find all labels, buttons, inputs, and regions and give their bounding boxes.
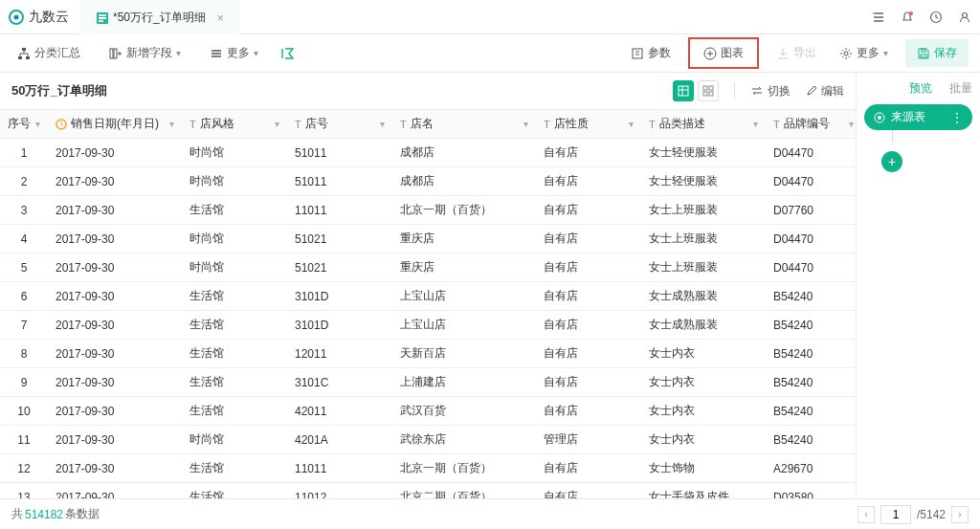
cell: 2017-09-30 <box>48 340 182 368</box>
tab-title: *50万行_订单明细 <box>113 10 206 26</box>
cell: B54240 <box>766 311 856 340</box>
cell: 4201A <box>287 426 392 454</box>
svg-rect-3 <box>99 14 106 16</box>
list-icon[interactable] <box>871 10 886 25</box>
cell: 12 <box>0 454 48 483</box>
cell: 2017-09-30 <box>48 196 182 225</box>
cell: 女士上班服装 <box>641 196 766 225</box>
formula-icon[interactable] <box>281 47 297 60</box>
cell: 2017-09-30 <box>48 483 182 499</box>
brand-logo[interactable]: 九数云 <box>8 9 69 26</box>
column-label: 店性质 <box>554 116 589 132</box>
cell: 5 <box>0 253 48 282</box>
column-header[interactable]: T店名▾ <box>392 110 536 139</box>
switch-button[interactable]: 切换 <box>750 83 791 99</box>
svg-point-9 <box>963 12 968 17</box>
table-row[interactable]: 32017-09-30生活馆11011北京一期（百货）自有店女士上班服装D077… <box>0 196 856 225</box>
chart-button[interactable]: 图表 <box>688 37 759 69</box>
page-input[interactable] <box>880 505 911 524</box>
history-icon[interactable] <box>928 10 944 25</box>
cell: 重庆店 <box>392 225 536 253</box>
table-body: 12017-09-30时尚馆51011成都店自有店女士轻便服装D04470220… <box>0 139 856 499</box>
more-button[interactable]: 更多 ▾ <box>204 45 264 61</box>
page-next-button[interactable]: › <box>951 506 969 523</box>
data-table-wrap[interactable]: 序号▾销售日期(年月日)▾T店风格▾T店号▾T店名▾T店性质▾T品类描述▾T品牌… <box>0 109 856 498</box>
cell: 自有店 <box>536 225 641 253</box>
chevron-down-icon[interactable]: ▾ <box>753 119 758 129</box>
svg-rect-24 <box>709 92 713 96</box>
table-row[interactable]: 102017-09-30生活馆42011武汉百货自有店女士内衣B54240 <box>0 397 856 426</box>
node-connector <box>892 130 893 142</box>
chevron-down-icon[interactable]: ▾ <box>35 119 40 129</box>
save-button[interactable]: 保存 <box>905 39 969 67</box>
table-row[interactable]: 132017-09-30生活馆11012北京二期（百货）自有店女士手袋及皮件D0… <box>0 483 856 499</box>
table-row[interactable]: 62017-09-30生活馆3101D上宝山店自有店女士成熟服装B54240 <box>0 282 856 311</box>
grid-view-button[interactable] <box>698 80 719 101</box>
table-row[interactable]: 52017-09-30时尚馆51021重庆店自有店女士上班服装D04470 <box>0 253 856 282</box>
table-row[interactable]: 22017-09-30时尚馆51011成都店自有店女士轻便服装D04470 <box>0 167 856 196</box>
tab-batch[interactable]: 批量 <box>949 80 972 97</box>
document-tab[interactable]: *50万行_订单明细 × <box>80 0 239 34</box>
table-row[interactable]: 82017-09-30生活馆12011天新百店自有店女士内衣B54240 <box>0 340 856 368</box>
column-header[interactable]: T店性质▾ <box>536 110 641 139</box>
svg-rect-21 <box>703 86 707 90</box>
save-icon <box>917 47 930 60</box>
cell: 时尚馆 <box>182 139 287 167</box>
side-tabs: 预览 批量 <box>864 80 972 97</box>
data-table: 序号▾销售日期(年月日)▾T店风格▾T店号▾T店名▾T店性质▾T品类描述▾T品牌… <box>0 110 856 498</box>
top-bar: 九数云 *50万行_订单明细 × <box>0 0 980 34</box>
column-header[interactable]: 销售日期(年月日)▾ <box>48 110 182 139</box>
cell: 武汉百货 <box>392 397 536 426</box>
chevron-down-icon: ▾ <box>176 48 181 58</box>
edit-button[interactable]: 编辑 <box>806 83 844 99</box>
cell: 自有店 <box>536 139 641 167</box>
more2-button[interactable]: 更多 ▾ <box>834 45 894 61</box>
chevron-down-icon[interactable]: ▾ <box>849 119 854 129</box>
column-header[interactable]: 序号▾ <box>0 110 48 139</box>
brand-icon <box>8 9 25 26</box>
svg-point-7 <box>909 11 913 15</box>
close-icon[interactable]: × <box>217 11 224 25</box>
table-row[interactable]: 12017-09-30时尚馆51011成都店自有店女士轻便服装D04470 <box>0 139 856 167</box>
data-panel: 50万行_订单明细 切换 编辑 <box>0 73 856 498</box>
table-row[interactable]: 42017-09-30时尚馆51021重庆店自有店女士上班服装D04470 <box>0 225 856 253</box>
text-type-icon: T <box>400 119 407 130</box>
cell: 生活馆 <box>182 282 287 311</box>
text-type-icon: T <box>773 119 780 130</box>
column-header[interactable]: T店号▾ <box>287 110 392 139</box>
table-row[interactable]: 92017-09-30生活馆3101C上浦建店自有店女士内衣B54240 <box>0 368 856 397</box>
cell: 2017-09-30 <box>48 311 182 340</box>
cell: 女士内衣 <box>641 340 766 368</box>
export-button[interactable]: 导出 <box>770 45 822 61</box>
table-view-button[interactable] <box>673 80 694 101</box>
table-row[interactable]: 72017-09-30生活馆3101D上宝山店自有店女士成熟服装B54240 <box>0 311 856 340</box>
cell: B54240 <box>766 368 856 397</box>
column-header[interactable]: T品类描述▾ <box>641 110 766 139</box>
cell: 11011 <box>287 454 392 483</box>
chevron-down-icon[interactable]: ▾ <box>629 119 634 129</box>
classify-button[interactable]: 分类汇总 <box>11 45 86 61</box>
user-icon[interactable] <box>957 10 972 25</box>
table-row[interactable]: 112017-09-30时尚馆4201A武徐东店管理店女士内衣B54240 <box>0 426 856 454</box>
column-header[interactable]: T店风格▾ <box>182 110 287 139</box>
source-node[interactable]: 来源表 ⋮ <box>864 104 972 130</box>
cell: 自有店 <box>536 196 641 225</box>
cell: 自有店 <box>536 282 641 311</box>
params-button[interactable]: 参数 <box>625 45 677 61</box>
chevron-down-icon[interactable]: ▾ <box>169 119 174 129</box>
add-field-button[interactable]: 新增字段 ▾ <box>103 45 187 61</box>
chevron-down-icon[interactable]: ▾ <box>275 119 279 129</box>
add-step-button[interactable]: + <box>881 151 902 172</box>
page-prev-button[interactable]: ‹ <box>858 506 875 523</box>
cell: 自有店 <box>536 311 641 340</box>
bell-icon[interactable] <box>900 10 915 25</box>
more-dots-icon[interactable]: ⋮ <box>951 111 963 124</box>
table-row[interactable]: 122017-09-30生活馆11011北京一期（百货）自有店女士饰物A2967… <box>0 454 856 483</box>
column-header[interactable]: T品牌编号▾ <box>766 110 856 139</box>
chevron-down-icon: ▾ <box>254 48 258 58</box>
cell: 女士成熟服装 <box>641 311 766 340</box>
chevron-down-icon[interactable]: ▾ <box>523 119 528 129</box>
cell: 自有店 <box>536 340 641 368</box>
chevron-down-icon[interactable]: ▾ <box>380 119 385 129</box>
tab-preview[interactable]: 预览 <box>909 80 932 97</box>
